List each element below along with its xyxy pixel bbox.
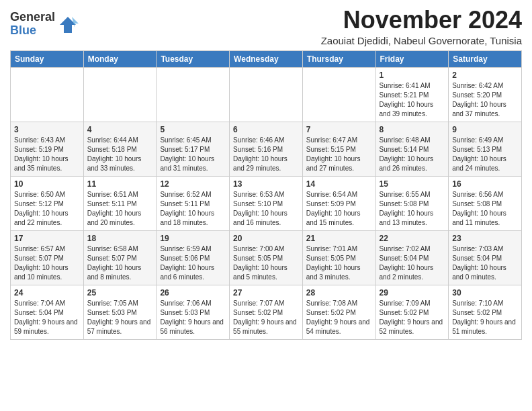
calendar-cell: 4Sunrise: 6:44 AM Sunset: 5:18 PM Daylig… xyxy=(83,122,157,176)
calendar-cell xyxy=(230,67,303,122)
calendar-cell: 13Sunrise: 6:53 AM Sunset: 5:10 PM Dayli… xyxy=(230,176,303,230)
calendar-cell xyxy=(83,67,157,122)
day-info: Sunrise: 6:59 AM Sunset: 5:06 PM Dayligh… xyxy=(160,244,226,282)
calendar-cell: 30Sunrise: 7:10 AM Sunset: 5:02 PM Dayli… xyxy=(449,285,522,339)
week-row-1: 1Sunrise: 6:41 AM Sunset: 5:21 PM Daylig… xyxy=(11,67,522,122)
calendar-cell: 28Sunrise: 7:08 AM Sunset: 5:02 PM Dayli… xyxy=(302,285,375,339)
weekday-header-tuesday: Tuesday xyxy=(157,50,230,67)
day-number: 11 xyxy=(87,179,153,189)
calendar-table: SundayMondayTuesdayWednesdayThursdayFrid… xyxy=(10,50,522,340)
day-number: 10 xyxy=(14,179,80,189)
day-number: 17 xyxy=(14,234,80,243)
day-info: Sunrise: 6:54 AM Sunset: 5:09 PM Dayligh… xyxy=(306,190,372,228)
day-info: Sunrise: 7:10 AM Sunset: 5:02 PM Dayligh… xyxy=(452,299,518,336)
calendar-cell: 12Sunrise: 6:52 AM Sunset: 5:11 PM Dayli… xyxy=(157,176,230,230)
logo: General Blue xyxy=(10,11,79,38)
day-number: 9 xyxy=(452,125,518,134)
calendar-cell: 1Sunrise: 6:41 AM Sunset: 5:21 PM Daylig… xyxy=(375,67,449,122)
day-info: Sunrise: 6:55 AM Sunset: 5:08 PM Dayligh… xyxy=(380,190,445,228)
day-number: 6 xyxy=(233,125,299,134)
day-info: Sunrise: 7:05 AM Sunset: 5:03 PM Dayligh… xyxy=(87,299,153,336)
calendar-cell: 10Sunrise: 6:50 AM Sunset: 5:12 PM Dayli… xyxy=(11,176,84,230)
day-info: Sunrise: 7:08 AM Sunset: 5:02 PM Dayligh… xyxy=(306,299,372,336)
day-number: 27 xyxy=(233,288,299,298)
day-info: Sunrise: 6:56 AM Sunset: 5:08 PM Dayligh… xyxy=(452,190,518,228)
day-number: 18 xyxy=(87,234,153,243)
day-number: 22 xyxy=(380,234,445,243)
day-number: 13 xyxy=(233,179,299,189)
day-info: Sunrise: 6:48 AM Sunset: 5:14 PM Dayligh… xyxy=(380,136,445,173)
day-number: 5 xyxy=(160,125,226,134)
day-info: Sunrise: 6:51 AM Sunset: 5:11 PM Dayligh… xyxy=(87,190,153,228)
calendar-cell: 6Sunrise: 6:46 AM Sunset: 5:16 PM Daylig… xyxy=(230,122,303,176)
day-info: Sunrise: 7:04 AM Sunset: 5:04 PM Dayligh… xyxy=(14,299,80,336)
day-info: Sunrise: 6:47 AM Sunset: 5:15 PM Dayligh… xyxy=(306,136,372,173)
day-number: 26 xyxy=(160,288,226,298)
calendar-cell xyxy=(157,67,230,122)
logo-icon xyxy=(57,14,79,36)
day-number: 25 xyxy=(87,288,153,298)
day-info: Sunrise: 7:06 AM Sunset: 5:03 PM Dayligh… xyxy=(160,299,226,336)
day-info: Sunrise: 7:01 AM Sunset: 5:05 PM Dayligh… xyxy=(306,244,372,282)
calendar-cell: 5Sunrise: 6:45 AM Sunset: 5:17 PM Daylig… xyxy=(157,122,230,176)
weekday-header-sunday: Sunday xyxy=(11,50,84,67)
day-number: 29 xyxy=(380,288,445,298)
day-info: Sunrise: 6:43 AM Sunset: 5:19 PM Dayligh… xyxy=(14,136,80,173)
header: General Blue November 2024 Zaouiat Djedi… xyxy=(10,7,522,46)
weekday-header-monday: Monday xyxy=(83,50,157,67)
day-info: Sunrise: 6:42 AM Sunset: 5:20 PM Dayligh… xyxy=(452,81,518,119)
day-number: 1 xyxy=(380,71,445,80)
calendar-cell: 23Sunrise: 7:03 AM Sunset: 5:04 PM Dayli… xyxy=(449,230,522,285)
day-info: Sunrise: 6:53 AM Sunset: 5:10 PM Dayligh… xyxy=(233,190,299,228)
calendar-cell: 17Sunrise: 6:57 AM Sunset: 5:07 PM Dayli… xyxy=(11,230,84,285)
calendar-cell: 16Sunrise: 6:56 AM Sunset: 5:08 PM Dayli… xyxy=(449,176,522,230)
calendar-cell: 9Sunrise: 6:49 AM Sunset: 5:13 PM Daylig… xyxy=(449,122,522,176)
logo-blue: Blue xyxy=(10,24,36,38)
title-area: November 2024 Zaouiat Djedidi, Nabeul Go… xyxy=(321,7,522,46)
day-info: Sunrise: 7:09 AM Sunset: 5:02 PM Dayligh… xyxy=(380,299,445,336)
day-info: Sunrise: 7:03 AM Sunset: 5:04 PM Dayligh… xyxy=(452,244,518,282)
day-info: Sunrise: 6:58 AM Sunset: 5:07 PM Dayligh… xyxy=(87,244,153,282)
weekday-header-wednesday: Wednesday xyxy=(230,50,303,67)
day-number: 23 xyxy=(452,234,518,243)
day-number: 24 xyxy=(14,288,80,298)
day-info: Sunrise: 6:46 AM Sunset: 5:16 PM Dayligh… xyxy=(233,136,299,173)
day-info: Sunrise: 7:02 AM Sunset: 5:04 PM Dayligh… xyxy=(380,244,445,282)
day-number: 28 xyxy=(306,288,372,298)
day-number: 30 xyxy=(452,288,518,298)
calendar-cell: 27Sunrise: 7:07 AM Sunset: 5:02 PM Dayli… xyxy=(230,285,303,339)
day-number: 19 xyxy=(160,234,226,243)
calendar-cell: 24Sunrise: 7:04 AM Sunset: 5:04 PM Dayli… xyxy=(11,285,84,339)
week-row-2: 3Sunrise: 6:43 AM Sunset: 5:19 PM Daylig… xyxy=(11,122,522,176)
day-info: Sunrise: 6:52 AM Sunset: 5:11 PM Dayligh… xyxy=(160,190,226,228)
month-title: November 2024 xyxy=(321,7,522,34)
location-title: Zaouiat Djedidi, Nabeul Governorate, Tun… xyxy=(321,35,522,46)
calendar-cell: 21Sunrise: 7:01 AM Sunset: 5:05 PM Dayli… xyxy=(302,230,375,285)
weekday-header-thursday: Thursday xyxy=(302,50,375,67)
day-info: Sunrise: 6:49 AM Sunset: 5:13 PM Dayligh… xyxy=(452,136,518,173)
day-number: 2 xyxy=(452,71,518,80)
calendar-cell: 25Sunrise: 7:05 AM Sunset: 5:03 PM Dayli… xyxy=(83,285,157,339)
logo-general: General xyxy=(10,11,55,24)
day-info: Sunrise: 6:44 AM Sunset: 5:18 PM Dayligh… xyxy=(87,136,153,173)
calendar-cell: 11Sunrise: 6:51 AM Sunset: 5:11 PM Dayli… xyxy=(83,176,157,230)
calendar-cell: 26Sunrise: 7:06 AM Sunset: 5:03 PM Dayli… xyxy=(157,285,230,339)
day-info: Sunrise: 6:41 AM Sunset: 5:21 PM Dayligh… xyxy=(380,81,445,119)
calendar-cell: 14Sunrise: 6:54 AM Sunset: 5:09 PM Dayli… xyxy=(302,176,375,230)
weekday-header-friday: Friday xyxy=(375,50,449,67)
day-info: Sunrise: 7:07 AM Sunset: 5:02 PM Dayligh… xyxy=(233,299,299,336)
day-number: 15 xyxy=(380,179,445,189)
day-info: Sunrise: 6:57 AM Sunset: 5:07 PM Dayligh… xyxy=(14,244,80,282)
day-number: 7 xyxy=(306,125,372,134)
day-number: 12 xyxy=(160,179,226,189)
calendar-cell: 29Sunrise: 7:09 AM Sunset: 5:02 PM Dayli… xyxy=(375,285,449,339)
calendar-cell xyxy=(11,67,84,122)
weekday-header-row: SundayMondayTuesdayWednesdayThursdayFrid… xyxy=(11,50,522,67)
calendar-cell: 18Sunrise: 6:58 AM Sunset: 5:07 PM Dayli… xyxy=(83,230,157,285)
day-number: 14 xyxy=(306,179,372,189)
calendar-cell: 8Sunrise: 6:48 AM Sunset: 5:14 PM Daylig… xyxy=(375,122,449,176)
day-number: 21 xyxy=(306,234,372,243)
day-info: Sunrise: 7:00 AM Sunset: 5:05 PM Dayligh… xyxy=(233,244,299,282)
calendar-cell: 22Sunrise: 7:02 AM Sunset: 5:04 PM Dayli… xyxy=(375,230,449,285)
week-row-3: 10Sunrise: 6:50 AM Sunset: 5:12 PM Dayli… xyxy=(11,176,522,230)
